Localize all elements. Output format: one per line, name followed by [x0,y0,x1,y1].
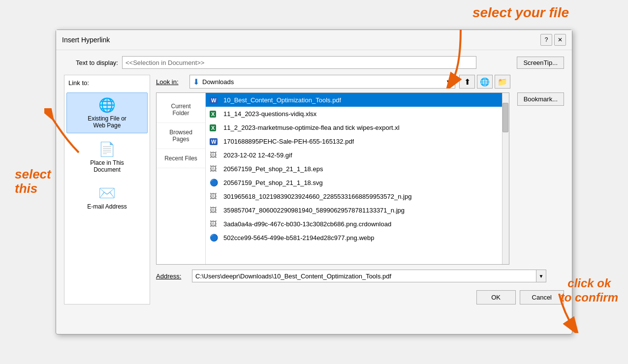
file-name: 359857047_806002290981940_58990629578781… [223,207,405,214]
email-icon: ✉️ [98,185,116,201]
sub-nav: CurrentFolder BrowsedPages Recent Files [157,93,206,264]
address-label: Address: [156,273,188,280]
dialog-title: Insert Hyperlink [62,36,110,44]
toolbar-folder-button[interactable]: 📁 [495,75,510,89]
file-item[interactable]: 🖼301965618_10219839023924660_22855331668… [206,189,502,203]
insert-hyperlink-dialog: Insert Hyperlink ? ✕ Text to display: Sc… [56,30,572,334]
look-in-dropdown-left: ⬇ Downloads [193,77,234,87]
file-item[interactable]: W1701688895PEHC-Sale-PEH-655-165132.pdf [206,134,502,148]
file-browser: CurrentFolder BrowsedPages Recent Files … [156,92,509,265]
sidebar-item-place-in-document[interactable]: 📄 Place in ThisDocument [66,137,148,177]
file-icon: X [210,123,220,132]
text-display-row: Text to display: ScreenTip... [64,56,564,69]
look-in-label: Look in: [156,78,186,86]
right-buttons: Bookmark... [513,92,564,265]
address-wrapper: ▼ [192,270,546,282]
file-icon: 🖼 [210,164,220,173]
help-button[interactable]: ? [540,34,552,46]
file-list: W10_Best_Content_Optimization_Tools.pdfX… [206,93,502,264]
cancel-button[interactable]: Cancel [520,290,564,304]
look-in-toolbar: ⬆ 🌐 📁 [459,75,510,89]
file-icon: W [210,95,220,104]
file-icon: 🖼 [210,219,220,228]
text-to-display-input[interactable] [122,56,476,69]
close-button[interactable]: ✕ [554,34,566,46]
place-in-doc-icon: 📄 [98,141,116,157]
annotation-select-file: select your file [472,5,569,21]
file-name: 20567159_Pet_shop_21_1_18.svg [223,179,323,186]
file-name: 502cce99-5645-499e-b581-2194ed28c977.png… [223,234,374,242]
file-item[interactable]: 🖼3ada0a4a-d99c-467c-b030-13c3082cb686.pn… [206,217,502,231]
sidebar-item-email-label: E-mail Address [87,203,127,210]
address-row: Address: ▼ [156,270,564,282]
download-icon: ⬇ [193,77,199,87]
file-name: 301965618_10219839023924660_228553316688… [223,193,411,200]
look-in-dropdown-arrow: ▼ [445,78,452,86]
look-in-value: Downloads [202,78,234,86]
file-item[interactable]: 🔵502cce99-5645-499e-b581-2194ed28c977.pn… [206,231,502,244]
sidebar-item-existing-file[interactable]: 🌐 Existing File orWeb Page [66,92,148,133]
link-to-label: Link to: [66,79,89,87]
scrollbar-thumb[interactable] [502,103,508,132]
file-icon: W [210,137,220,146]
existing-file-icon: 🌐 [98,97,116,113]
bookmark-button[interactable]: Bookmark... [517,92,564,106]
dialog-body: Text to display: ScreenTip... Link to: 🌐… [56,50,572,310]
file-item[interactable]: 🖼20567159_Pet_shop_21_1_18.eps [206,162,502,176]
file-name: 2023-12-02 12-42-59.gif [223,152,292,159]
file-item[interactable]: W10_Best_Content_Optimization_Tools.pdf [206,93,502,107]
link-to-sidebar: Link to: 🌐 Existing File orWeb Page 📄 Pl… [64,75,150,304]
file-name: 10_Best_Content_Optimization_Tools.pdf [223,96,341,104]
sidebar-item-existing-file-label: Existing File orWeb Page [88,115,126,129]
sidebar-item-place-label: Place in ThisDocument [90,159,124,173]
text-to-display-label: Text to display: [64,59,118,66]
file-name: 20567159_Pet_shop_21_1_18.eps [223,165,323,173]
dialog-titlebar: Insert Hyperlink ? ✕ [56,30,572,50]
file-icon: X [210,109,220,118]
file-name: 3ada0a4a-d99c-467c-b030-13c3082cb686.png… [223,220,391,228]
look-in-row: Look in: ⬇ Downloads ▼ ⬆ 🌐 📁 [156,75,564,89]
file-item[interactable]: X11_2_2023-marketmuse-optimize-flea and … [206,121,502,134]
file-name: 11_14_2023-questions-vidiq.xlsx [223,110,316,118]
sidebar-item-email-address[interactable]: ✉️ E-mail Address [66,181,148,214]
file-item[interactable]: X11_14_2023-questions-vidiq.xlsx [206,107,502,121]
toolbar-web-button[interactable]: 🌐 [477,75,493,89]
file-item[interactable]: 🖼2023-12-02 12-42-59.gif [206,148,502,162]
file-name: 1701688895PEHC-Sale-PEH-655-165132.pdf [223,138,354,145]
look-in-dropdown[interactable]: ⬇ Downloads ▼ [189,75,455,89]
sub-nav-current-folder[interactable]: CurrentFolder [157,97,205,123]
browser-row: CurrentFolder BrowsedPages Recent Files … [156,92,564,265]
file-item[interactable]: 🖼359857047_806002290981940_5899062957878… [206,203,502,217]
address-dropdown-button[interactable]: ▼ [536,270,546,282]
ok-cancel-row: OK Cancel [156,290,564,304]
sub-nav-browsed-pages[interactable]: BrowsedPages [157,123,205,149]
scrollbar-track[interactable] [502,93,509,264]
file-icon: 🖼 [210,192,220,201]
titlebar-buttons: ? ✕ [540,34,566,46]
main-content-area: Link to: 🌐 Existing File orWeb Page 📄 Pl… [64,75,564,304]
address-input[interactable] [192,270,536,282]
screentip-button[interactable]: ScreenTip... [517,57,564,69]
file-icon: 🖼 [210,206,220,214]
file-item[interactable]: 🔵20567159_Pet_shop_21_1_18.svg [206,176,502,189]
annotation-select-this: selectthis [15,167,51,195]
toolbar-back-button[interactable]: ⬆ [459,75,475,89]
right-panel: Look in: ⬇ Downloads ▼ ⬆ 🌐 📁 [150,75,564,304]
ok-button[interactable]: OK [476,290,516,304]
sub-nav-recent-files[interactable]: Recent Files [157,149,205,168]
file-icon: 🖼 [210,151,220,159]
file-icon: 🔵 [210,178,220,187]
file-name: 11_2_2023-marketmuse-optimize-flea and t… [223,124,400,131]
file-icon: 🔵 [210,233,220,242]
